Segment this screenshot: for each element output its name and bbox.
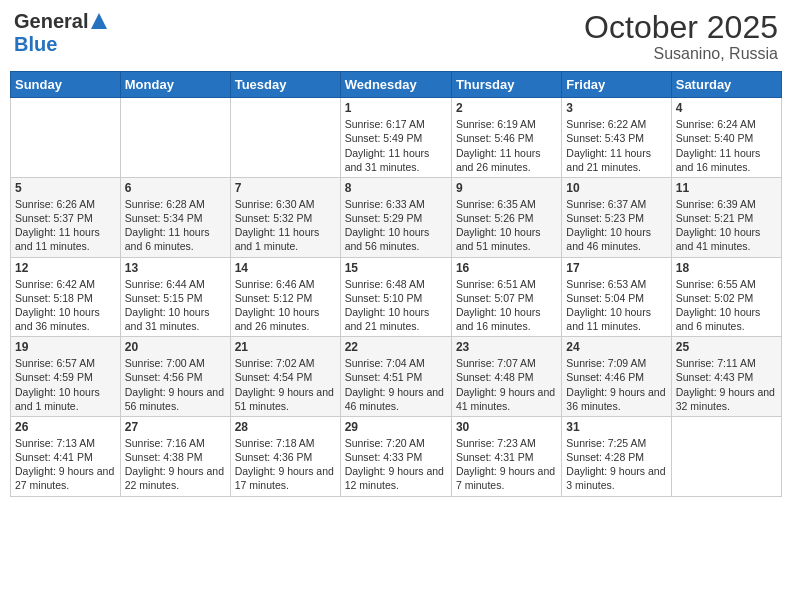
calendar-cell: 5Sunrise: 6:26 AMSunset: 5:37 PMDaylight… — [11, 177, 121, 257]
calendar-cell: 24Sunrise: 7:09 AMSunset: 4:46 PMDayligh… — [562, 337, 671, 417]
cell-text: Sunrise: 7:13 AM — [15, 436, 116, 450]
cell-text: Daylight: 10 hours and 56 minutes. — [345, 225, 447, 253]
cell-text: Daylight: 10 hours and 31 minutes. — [125, 305, 226, 333]
logo-blue-text: Blue — [14, 33, 57, 56]
day-number: 1 — [345, 101, 447, 115]
calendar-cell: 31Sunrise: 7:25 AMSunset: 4:28 PMDayligh… — [562, 416, 671, 496]
cell-text: Daylight: 10 hours and 26 minutes. — [235, 305, 336, 333]
day-number: 19 — [15, 340, 116, 354]
calendar-cell: 13Sunrise: 6:44 AMSunset: 5:15 PMDayligh… — [120, 257, 230, 337]
day-number: 5 — [15, 181, 116, 195]
calendar-cell: 12Sunrise: 6:42 AMSunset: 5:18 PMDayligh… — [11, 257, 121, 337]
col-thursday: Thursday — [451, 72, 561, 98]
cell-text: Daylight: 9 hours and 46 minutes. — [345, 385, 447, 413]
cell-text: Daylight: 10 hours and 51 minutes. — [456, 225, 557, 253]
col-wednesday: Wednesday — [340, 72, 451, 98]
cell-text: Sunset: 5:29 PM — [345, 211, 447, 225]
calendar-cell: 21Sunrise: 7:02 AMSunset: 4:54 PMDayligh… — [230, 337, 340, 417]
cell-text: Daylight: 11 hours and 31 minutes. — [345, 146, 447, 174]
day-number: 28 — [235, 420, 336, 434]
cell-text: Sunset: 4:43 PM — [676, 370, 777, 384]
cell-text: Sunrise: 6:51 AM — [456, 277, 557, 291]
calendar-cell: 23Sunrise: 7:07 AMSunset: 4:48 PMDayligh… — [451, 337, 561, 417]
day-number: 11 — [676, 181, 777, 195]
calendar-week-1: 1Sunrise: 6:17 AMSunset: 5:49 PMDaylight… — [11, 98, 782, 178]
cell-text: Daylight: 10 hours and 6 minutes. — [676, 305, 777, 333]
cell-text: Sunrise: 6:22 AM — [566, 117, 666, 131]
cell-text: Daylight: 9 hours and 32 minutes. — [676, 385, 777, 413]
logo-general-text: General — [14, 10, 88, 33]
cell-text: Sunset: 5:23 PM — [566, 211, 666, 225]
cell-text: Sunrise: 7:02 AM — [235, 356, 336, 370]
day-number: 12 — [15, 261, 116, 275]
cell-text: Sunrise: 6:17 AM — [345, 117, 447, 131]
day-number: 15 — [345, 261, 447, 275]
cell-text: Sunset: 5:12 PM — [235, 291, 336, 305]
calendar-cell: 7Sunrise: 6:30 AMSunset: 5:32 PMDaylight… — [230, 177, 340, 257]
cell-text: Daylight: 11 hours and 26 minutes. — [456, 146, 557, 174]
cell-text: Sunrise: 6:30 AM — [235, 197, 336, 211]
cell-text: Sunrise: 6:37 AM — [566, 197, 666, 211]
calendar-cell: 27Sunrise: 7:16 AMSunset: 4:38 PMDayligh… — [120, 416, 230, 496]
cell-text: Sunset: 4:41 PM — [15, 450, 116, 464]
calendar-week-2: 5Sunrise: 6:26 AMSunset: 5:37 PMDaylight… — [11, 177, 782, 257]
cell-text: Daylight: 9 hours and 36 minutes. — [566, 385, 666, 413]
calendar-cell: 11Sunrise: 6:39 AMSunset: 5:21 PMDayligh… — [671, 177, 781, 257]
day-number: 18 — [676, 261, 777, 275]
cell-text: Sunset: 4:48 PM — [456, 370, 557, 384]
cell-text: Sunrise: 6:24 AM — [676, 117, 777, 131]
cell-text: Sunrise: 6:19 AM — [456, 117, 557, 131]
cell-text: Sunrise: 6:44 AM — [125, 277, 226, 291]
day-number: 24 — [566, 340, 666, 354]
calendar-cell: 6Sunrise: 6:28 AMSunset: 5:34 PMDaylight… — [120, 177, 230, 257]
calendar-week-5: 26Sunrise: 7:13 AMSunset: 4:41 PMDayligh… — [11, 416, 782, 496]
calendar-cell: 1Sunrise: 6:17 AMSunset: 5:49 PMDaylight… — [340, 98, 451, 178]
calendar-cell: 10Sunrise: 6:37 AMSunset: 5:23 PMDayligh… — [562, 177, 671, 257]
cell-text: Sunrise: 7:20 AM — [345, 436, 447, 450]
cell-text: Sunrise: 6:26 AM — [15, 197, 116, 211]
cell-text: Sunrise: 7:04 AM — [345, 356, 447, 370]
day-number: 21 — [235, 340, 336, 354]
page-header: General Blue October 2025 Susanino, Russ… — [10, 10, 782, 63]
col-friday: Friday — [562, 72, 671, 98]
cell-text: Sunset: 5:46 PM — [456, 131, 557, 145]
day-number: 31 — [566, 420, 666, 434]
calendar-cell — [230, 98, 340, 178]
cell-text: Sunrise: 6:39 AM — [676, 197, 777, 211]
cell-text: Sunrise: 7:11 AM — [676, 356, 777, 370]
cell-text: Sunset: 5:07 PM — [456, 291, 557, 305]
calendar-cell: 22Sunrise: 7:04 AMSunset: 4:51 PMDayligh… — [340, 337, 451, 417]
title-block: October 2025 Susanino, Russia — [584, 10, 778, 63]
cell-text: Sunset: 4:28 PM — [566, 450, 666, 464]
cell-text: Sunset: 5:02 PM — [676, 291, 777, 305]
cell-text: Daylight: 10 hours and 41 minutes. — [676, 225, 777, 253]
calendar-cell: 15Sunrise: 6:48 AMSunset: 5:10 PMDayligh… — [340, 257, 451, 337]
calendar-table: Sunday Monday Tuesday Wednesday Thursday… — [10, 71, 782, 496]
cell-text: Sunset: 4:51 PM — [345, 370, 447, 384]
cell-text: Sunrise: 6:28 AM — [125, 197, 226, 211]
cell-text: Daylight: 9 hours and 3 minutes. — [566, 464, 666, 492]
day-number: 27 — [125, 420, 226, 434]
cell-text: Daylight: 11 hours and 16 minutes. — [676, 146, 777, 174]
cell-text: Sunset: 4:46 PM — [566, 370, 666, 384]
cell-text: Daylight: 10 hours and 46 minutes. — [566, 225, 666, 253]
cell-text: Sunrise: 6:48 AM — [345, 277, 447, 291]
calendar-header-row: Sunday Monday Tuesday Wednesday Thursday… — [11, 72, 782, 98]
day-number: 2 — [456, 101, 557, 115]
cell-text: Sunrise: 6:42 AM — [15, 277, 116, 291]
day-number: 4 — [676, 101, 777, 115]
location: Susanino, Russia — [584, 45, 778, 63]
cell-text: Sunset: 5:15 PM — [125, 291, 226, 305]
month-title: October 2025 — [584, 10, 778, 45]
calendar-cell: 30Sunrise: 7:23 AMSunset: 4:31 PMDayligh… — [451, 416, 561, 496]
cell-text: Daylight: 9 hours and 7 minutes. — [456, 464, 557, 492]
col-sunday: Sunday — [11, 72, 121, 98]
cell-text: Sunset: 5:21 PM — [676, 211, 777, 225]
calendar-week-3: 12Sunrise: 6:42 AMSunset: 5:18 PMDayligh… — [11, 257, 782, 337]
day-number: 8 — [345, 181, 447, 195]
day-number: 16 — [456, 261, 557, 275]
day-number: 10 — [566, 181, 666, 195]
day-number: 20 — [125, 340, 226, 354]
cell-text: Sunset: 5:34 PM — [125, 211, 226, 225]
calendar-cell: 3Sunrise: 6:22 AMSunset: 5:43 PMDaylight… — [562, 98, 671, 178]
